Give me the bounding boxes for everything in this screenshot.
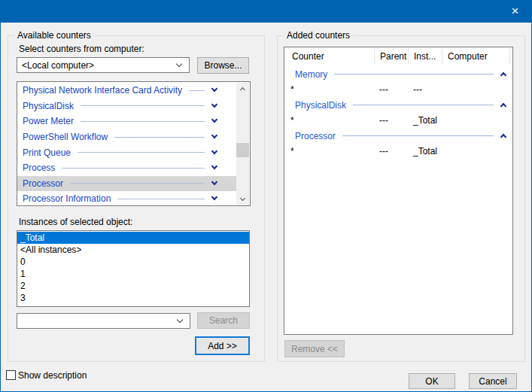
column-header-filler [509, 48, 513, 65]
column-header[interactable]: Parent [374, 48, 408, 65]
search-input[interactable] [17, 316, 178, 327]
counters-scrollbar[interactable] [236, 83, 249, 205]
connector-line [353, 105, 494, 105]
connector-line [189, 90, 205, 91]
chevron-up-icon [240, 87, 245, 93]
collapse-chevron-up-icon[interactable] [500, 72, 506, 78]
connector-line [78, 152, 205, 153]
chevron-down-icon[interactable] [211, 163, 217, 169]
add-button-label: Add >> [208, 341, 237, 351]
instance-item-label: 3 [20, 293, 26, 303]
chevron-down-icon[interactable] [211, 194, 217, 200]
select-computer-label: Select counters from computer: [19, 44, 144, 54]
counter-list-item[interactable]: PowerShell Workflow [17, 129, 237, 145]
chevron-down-icon[interactable] [211, 179, 217, 185]
counter-group-row[interactable]: Memory [284, 66, 512, 82]
counter-data-row[interactable]: *------ [284, 82, 512, 97]
counter-list-item[interactable]: Print Queue [17, 144, 237, 160]
instances-list[interactable]: _Total<All instances>0123 [17, 230, 250, 307]
instance-list-item[interactable]: 0 [17, 256, 249, 268]
instance-item-label: 2 [20, 281, 26, 291]
connector-line [81, 121, 205, 122]
connector-line [342, 135, 494, 136]
counter-item-label: Print Queue [23, 147, 71, 158]
column-header[interactable]: Counter [284, 48, 374, 65]
cell-counter: * [284, 146, 374, 156]
chevron-down-icon[interactable] [211, 147, 217, 153]
counter-list-item[interactable]: Physical Network Interface Card Activity [17, 83, 237, 99]
search-combobox[interactable] [17, 313, 190, 329]
close-icon: × [512, 4, 519, 19]
instance-item-label: <All instances> [20, 245, 81, 255]
available-counters-list[interactable]: Physical Network Interface Card Activity… [17, 81, 251, 206]
connector-line [62, 168, 205, 169]
cancel-button-label: Cancel [479, 376, 506, 387]
browse-button-label: Browse... [204, 60, 242, 71]
computer-combobox[interactable]: <Local computer> [17, 57, 190, 73]
instance-list-item[interactable]: 3 [17, 292, 249, 304]
connector-line [334, 74, 494, 74]
added-counters-group-label: Added counters [284, 30, 353, 41]
column-header[interactable]: Computer [442, 48, 509, 65]
cell-counter: * [284, 115, 374, 126]
chevron-down-icon [177, 317, 183, 323]
cancel-button[interactable]: Cancel [469, 373, 517, 389]
cell-counter: * [284, 84, 374, 95]
collapse-chevron-up-icon[interactable] [500, 134, 506, 140]
column-header[interactable]: Inst... [408, 48, 442, 65]
ok-button[interactable]: OK [409, 373, 455, 389]
instance-item-label: _Total [20, 232, 44, 243]
available-counters-group-label: Available counters [14, 30, 94, 41]
scrollbar-thumb[interactable] [236, 143, 249, 157]
counter-group-label: Processor [295, 131, 336, 141]
counter-group-row[interactable]: PhysicalDisk [284, 97, 512, 113]
instance-list-item[interactable]: _Total [17, 232, 249, 244]
counter-item-label: Process [23, 163, 55, 173]
instance-item-label: 0 [20, 257, 26, 267]
counter-item-label: PhysicalDisk [23, 101, 74, 111]
counter-group-label: Memory [295, 69, 327, 80]
cell-parent: --- [374, 115, 408, 126]
chevron-down-icon [176, 61, 182, 67]
close-button[interactable]: × [498, 0, 532, 23]
counter-list-item[interactable]: Processor [17, 176, 237, 192]
connector-line [81, 105, 205, 106]
counter-group-row[interactable]: Processor [284, 128, 512, 144]
instance-list-item[interactable]: 1 [17, 268, 249, 280]
scroll-down-button[interactable] [236, 193, 249, 205]
counter-item-label: Physical Network Interface Card Activity [23, 85, 182, 96]
counter-list-item[interactable]: Power Meter [17, 114, 237, 129]
remove-button-label: Remove << [291, 344, 338, 354]
cell-parent: --- [374, 146, 408, 156]
cell-instance: --- [408, 84, 442, 95]
instances-label: Instances of selected object: [19, 217, 132, 227]
connector-line [70, 183, 205, 184]
counter-data-row[interactable]: *---_Total [284, 113, 512, 128]
counter-data-row[interactable]: *---_Total [284, 144, 512, 159]
remove-button[interactable]: Remove << [284, 340, 345, 357]
instance-item-label: 1 [20, 269, 26, 279]
search-button[interactable]: Search [197, 312, 250, 329]
add-button[interactable]: Add >> [195, 336, 250, 355]
counter-list-item[interactable]: Process [17, 160, 237, 176]
counter-list-item[interactable]: Processor Information [17, 191, 237, 206]
chevron-down-icon[interactable] [211, 102, 217, 108]
chevron-down-icon [240, 195, 245, 200]
cell-instance: _Total [408, 115, 442, 126]
browse-button[interactable]: Browse... [197, 57, 249, 74]
collapse-chevron-up-icon[interactable] [500, 103, 506, 109]
added-counters-table[interactable]: CounterParentInst...Computer Memory*----… [284, 47, 513, 335]
counter-item-label: PowerShell Workflow [23, 132, 108, 142]
computer-combobox-value: <Local computer> [17, 60, 177, 71]
instance-list-item[interactable]: <All instances> [17, 244, 249, 256]
scroll-up-button[interactable] [236, 83, 249, 96]
show-description-checkbox[interactable] [6, 370, 16, 380]
title-bar: × [0, 0, 532, 23]
chevron-down-icon[interactable] [211, 117, 217, 123]
cell-instance: _Total [408, 146, 442, 156]
counter-list-item[interactable]: PhysicalDisk [17, 99, 237, 114]
chevron-down-icon[interactable] [211, 132, 217, 138]
show-description-label[interactable]: Show description [18, 370, 87, 381]
chevron-down-icon[interactable] [211, 86, 217, 92]
instance-list-item[interactable]: 2 [17, 280, 249, 292]
